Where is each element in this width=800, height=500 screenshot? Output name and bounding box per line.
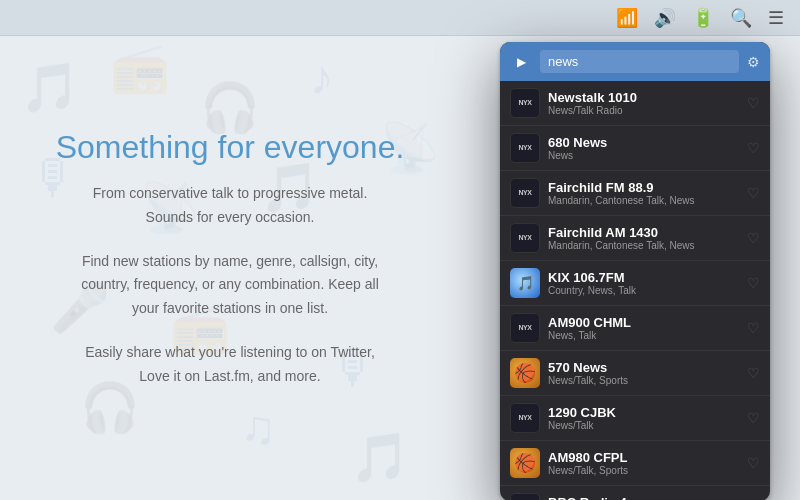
station-name: 1290 CJBK: [548, 405, 739, 420]
station-info: Fairchild AM 1430Mandarin, Cantonese Tal…: [548, 225, 739, 251]
station-info: Fairchild FM 88.9Mandarin, Cantonese Tal…: [548, 180, 739, 206]
station-info: AM900 CHMLNews, Talk: [548, 315, 739, 341]
station-genre: Mandarin, Cantonese Talk, News: [548, 195, 739, 206]
station-name: KIX 106.7FM: [548, 270, 739, 285]
station-info: 680 NewsNews: [548, 135, 739, 161]
station-icon: NYX: [510, 133, 540, 163]
station-icon: NYX: [510, 223, 540, 253]
station-item[interactable]: NYXAM900 CHMLNews, Talk♡: [500, 306, 770, 351]
station-genre: Mandarin, Cantonese Talk, News: [548, 240, 739, 251]
station-info: AM980 CFPLNews/Talk, Sports: [548, 450, 739, 476]
station-info: Newstalk 1010News/Talk Radio: [548, 90, 739, 116]
station-genre: News: [548, 150, 739, 161]
station-genre: News/Talk, Sports: [548, 465, 739, 476]
favorite-button[interactable]: ♡: [747, 365, 760, 381]
volume-icon[interactable]: 🔊: [654, 7, 676, 29]
station-icon: NYX: [510, 493, 540, 500]
battery-icon[interactable]: 🔋: [692, 7, 714, 29]
station-item[interactable]: NYX1290 CJBKNews/Talk♡: [500, 396, 770, 441]
station-item[interactable]: NYXNewstalk 1010News/Talk Radio♡: [500, 81, 770, 126]
station-item[interactable]: NYXFairchild AM 1430Mandarin, Cantonese …: [500, 216, 770, 261]
station-item[interactable]: 🎵KIX 106.7FMCountry, News, Talk♡: [500, 261, 770, 306]
station-genre: News, Talk: [548, 330, 739, 341]
station-item[interactable]: NYXBBC Radio 4News, Culture, Features♡: [500, 486, 770, 500]
station-info: KIX 106.7FMCountry, News, Talk: [548, 270, 739, 296]
station-name: 680 News: [548, 135, 739, 150]
station-name: 570 News: [548, 360, 739, 375]
subtext-1: From conservative talk to progressive me…: [93, 182, 368, 230]
favorite-button[interactable]: ♡: [747, 455, 760, 471]
station-genre: News/Talk Radio: [548, 105, 739, 116]
station-icon: 🏀: [510, 448, 540, 478]
station-icon: 🎵: [510, 268, 540, 298]
favorite-button[interactable]: ♡: [747, 410, 760, 426]
toolbar: 📶 🔊 🔋 🔍 ☰: [0, 0, 800, 36]
station-genre: News/Talk: [548, 420, 739, 431]
station-item[interactable]: NYX680 NewsNews♡: [500, 126, 770, 171]
wifi-icon[interactable]: 📶: [616, 7, 638, 29]
left-content-area: Something for everyone. From conservativ…: [0, 36, 460, 500]
search-input[interactable]: [540, 50, 739, 73]
favorite-button[interactable]: ♡: [747, 320, 760, 336]
subtext-3: Easily share what you're listening to on…: [85, 341, 375, 389]
station-name: Newstalk 1010: [548, 90, 739, 105]
gear-icon[interactable]: ⚙: [747, 54, 760, 70]
station-name: AM900 CHML: [548, 315, 739, 330]
station-icon: 🏀: [510, 358, 540, 388]
station-name: BBC Radio 4: [548, 495, 739, 500]
station-icon: NYX: [510, 178, 540, 208]
play-button[interactable]: ▶: [510, 51, 532, 73]
station-icon: NYX: [510, 403, 540, 433]
station-info: BBC Radio 4News, Culture, Features: [548, 495, 739, 500]
subtext-2: Find new stations by name, genre, callsi…: [81, 250, 379, 321]
favorite-button[interactable]: ♡: [747, 185, 760, 201]
station-name: Fairchild FM 88.9: [548, 180, 739, 195]
favorite-button[interactable]: ♡: [747, 230, 760, 246]
station-item[interactable]: NYXFairchild FM 88.9Mandarin, Cantonese …: [500, 171, 770, 216]
favorite-button[interactable]: ♡: [747, 275, 760, 291]
station-info: 1290 CJBKNews/Talk: [548, 405, 739, 431]
station-item[interactable]: 🏀AM980 CFPLNews/Talk, Sports♡: [500, 441, 770, 486]
radio-popup: ▶ ⚙ NYXNewstalk 1010News/Talk Radio♡NYX6…: [500, 42, 770, 500]
station-info: 570 NewsNews/Talk, Sports: [548, 360, 739, 386]
headline: Something for everyone.: [56, 128, 405, 166]
favorite-button[interactable]: ♡: [747, 95, 760, 111]
search-icon[interactable]: 🔍: [730, 7, 752, 29]
station-item[interactable]: 🏀570 NewsNews/Talk, Sports♡: [500, 351, 770, 396]
favorite-button[interactable]: ♡: [747, 140, 760, 156]
station-genre: News/Talk, Sports: [548, 375, 739, 386]
station-name: AM980 CFPL: [548, 450, 739, 465]
list-icon[interactable]: ☰: [768, 7, 784, 29]
station-name: Fairchild AM 1430: [548, 225, 739, 240]
search-bar: ▶ ⚙: [500, 42, 770, 81]
station-genre: Country, News, Talk: [548, 285, 739, 296]
station-icon: NYX: [510, 313, 540, 343]
station-icon: NYX: [510, 88, 540, 118]
station-list[interactable]: NYXNewstalk 1010News/Talk Radio♡NYX680 N…: [500, 81, 770, 500]
